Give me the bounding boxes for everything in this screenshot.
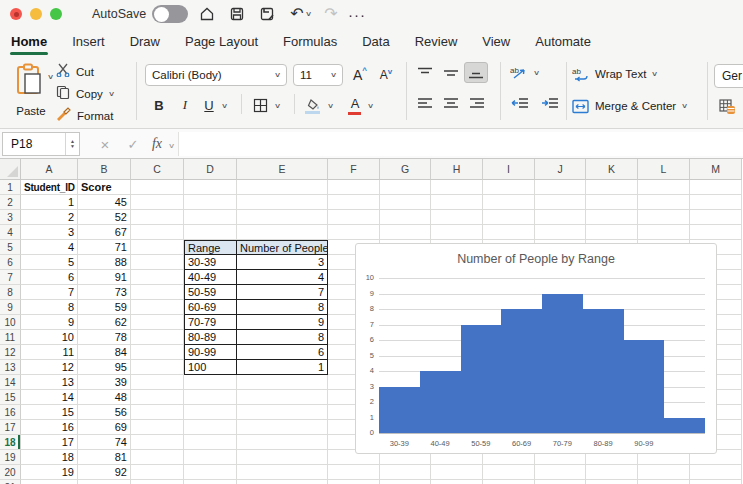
cell-E13[interactable]: 1	[237, 360, 328, 375]
row-header-4[interactable]: 4	[0, 225, 21, 240]
cell-I4[interactable]	[483, 225, 535, 240]
cell-A19[interactable]: 18	[21, 450, 78, 465]
cell-D15[interactable]	[184, 390, 237, 405]
cell-A14[interactable]: 13	[21, 375, 78, 390]
row-header-19[interactable]: 19	[0, 450, 21, 465]
cell-D16[interactable]	[184, 405, 237, 420]
chart-bar-80-89[interactable]	[583, 309, 624, 433]
cell-K3[interactable]	[586, 210, 638, 225]
cell-F1[interactable]	[328, 180, 380, 195]
cut-button[interactable]: Cut	[56, 62, 94, 82]
column-header-A[interactable]: A	[21, 159, 78, 180]
cell-E17[interactable]	[237, 420, 328, 435]
cell-M2[interactable]	[690, 195, 742, 210]
cell-C1[interactable]	[131, 180, 184, 195]
cell-H4[interactable]	[431, 225, 483, 240]
cell-E2[interactable]	[237, 195, 328, 210]
cell-C9[interactable]	[131, 300, 184, 315]
column-header-D[interactable]: D	[184, 159, 237, 180]
cell-E8[interactable]: 7	[237, 285, 328, 300]
cell-K21[interactable]	[586, 480, 638, 484]
cell-C13[interactable]	[131, 360, 184, 375]
cell-B4[interactable]: 67	[78, 225, 131, 240]
conditional-formatting-button[interactable]	[717, 98, 737, 116]
cell-F4[interactable]	[328, 225, 380, 240]
row-header-18[interactable]: 18	[0, 435, 21, 450]
cell-I20[interactable]	[483, 465, 535, 480]
cell-C14[interactable]	[131, 375, 184, 390]
row-header-21[interactable]: 21	[0, 480, 21, 484]
shrink-font-button[interactable]: Av	[375, 65, 397, 85]
paste-button[interactable]: ∨ Paste	[10, 61, 54, 123]
cell-D21[interactable]	[184, 480, 237, 484]
borders-button[interactable]	[251, 96, 269, 114]
cell-E4[interactable]	[237, 225, 328, 240]
font-size-select[interactable]: 11 ∨	[293, 64, 343, 86]
cell-L20[interactable]	[638, 465, 690, 480]
row-header-14[interactable]: 14	[0, 375, 21, 390]
undo-chevron-icon[interactable]: ∨	[304, 5, 314, 23]
home-icon[interactable]	[198, 5, 216, 23]
column-header-L[interactable]: L	[638, 159, 690, 180]
row-header-15[interactable]: 15	[0, 390, 21, 405]
tab-automate[interactable]: Automate	[534, 30, 592, 55]
cell-H2[interactable]	[431, 195, 483, 210]
cell-G2[interactable]	[380, 195, 431, 210]
cell-A8[interactable]: 7	[21, 285, 78, 300]
cell-M21[interactable]	[690, 480, 742, 484]
cell-C7[interactable]	[131, 270, 184, 285]
cell-F20[interactable]	[328, 465, 380, 480]
cell-B19[interactable]: 81	[78, 450, 131, 465]
align-left-button[interactable]	[414, 94, 436, 112]
cell-B21[interactable]	[78, 480, 131, 484]
chart-bar-100[interactable]	[664, 418, 705, 434]
cell-E14[interactable]	[237, 375, 328, 390]
cell-D3[interactable]	[184, 210, 237, 225]
cell-E9[interactable]: 8	[237, 300, 328, 315]
format-painter-button[interactable]: Format	[56, 106, 113, 126]
chart-bar-90-99[interactable]	[624, 340, 665, 433]
cell-C4[interactable]	[131, 225, 184, 240]
cell-C10[interactable]	[131, 315, 184, 330]
align-top-button[interactable]	[414, 64, 436, 82]
chart-bar-50-59[interactable]	[461, 325, 502, 434]
align-middle-button[interactable]	[440, 64, 462, 82]
font-color-chevron-icon[interactable]: ∨	[367, 102, 374, 110]
cell-J4[interactable]	[535, 225, 586, 240]
copy-chevron-icon[interactable]: ∨	[108, 90, 115, 98]
cell-A5[interactable]: 4	[21, 240, 78, 255]
column-header-C[interactable]: C	[131, 159, 184, 180]
column-header-K[interactable]: K	[586, 159, 638, 180]
cell-C8[interactable]	[131, 285, 184, 300]
italic-button[interactable]: I	[175, 94, 195, 116]
cell-B14[interactable]: 39	[78, 375, 131, 390]
cell-A7[interactable]: 6	[21, 270, 78, 285]
underline-chevron-icon[interactable]: ∨	[221, 102, 228, 110]
font-name-select[interactable]: Calibri (Body) ∨	[145, 64, 287, 86]
cell-J21[interactable]	[535, 480, 586, 484]
cell-M4[interactable]	[690, 225, 742, 240]
cell-E6[interactable]: 3	[237, 255, 328, 270]
cell-A17[interactable]: 16	[21, 420, 78, 435]
align-right-button[interactable]	[466, 94, 488, 112]
text-orientation-button[interactable]: ab	[508, 62, 530, 82]
cell-B13[interactable]: 95	[78, 360, 131, 375]
tab-insert[interactable]: Insert	[71, 30, 106, 55]
tab-review[interactable]: Review	[414, 30, 459, 55]
tab-home[interactable]: Home	[10, 30, 48, 55]
cell-H3[interactable]	[431, 210, 483, 225]
row-header-10[interactable]: 10	[0, 315, 21, 330]
cell-L21[interactable]	[638, 480, 690, 484]
autosave-toggle[interactable]	[152, 5, 188, 23]
cell-A3[interactable]: 2	[21, 210, 78, 225]
cell-D1[interactable]	[184, 180, 237, 195]
cell-D18[interactable]	[184, 435, 237, 450]
cell-A4[interactable]: 3	[21, 225, 78, 240]
cell-K20[interactable]	[586, 465, 638, 480]
align-bottom-button[interactable]	[464, 62, 488, 83]
cell-B11[interactable]: 78	[78, 330, 131, 345]
cell-C3[interactable]	[131, 210, 184, 225]
cell-G3[interactable]	[380, 210, 431, 225]
cell-K1[interactable]	[586, 180, 638, 195]
cell-C15[interactable]	[131, 390, 184, 405]
